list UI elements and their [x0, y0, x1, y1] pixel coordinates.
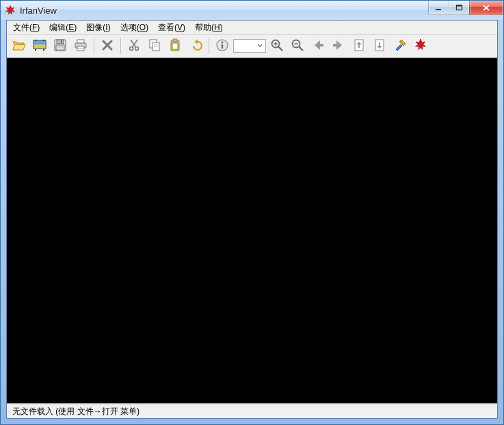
svg-point-21	[130, 47, 133, 50]
svg-rect-5	[34, 44, 46, 49]
status-text: 无文件载入 (使用 文件→打开 菜单)	[10, 406, 142, 417]
svg-rect-32	[222, 44, 223, 49]
info-button[interactable]	[213, 36, 232, 55]
arrow-left-icon	[310, 38, 326, 55]
open-button[interactable]	[10, 36, 29, 55]
toolbar	[7, 35, 497, 57]
svg-rect-28	[173, 39, 177, 42]
arrow-right-icon	[331, 38, 346, 55]
zoom-in-icon	[269, 38, 284, 55]
svg-rect-12	[57, 40, 64, 44]
settings-button[interactable]	[390, 36, 410, 55]
svg-rect-41	[333, 44, 336, 47]
about-button[interactable]	[411, 36, 430, 55]
svg-rect-8	[43, 40, 44, 41]
svg-point-44	[403, 40, 405, 41]
copy-icon	[147, 38, 162, 55]
zoom-out-icon	[290, 38, 305, 55]
svg-point-31	[222, 41, 224, 43]
separator	[209, 38, 209, 54]
save-button[interactable]	[51, 36, 70, 55]
floppy-icon	[53, 38, 68, 55]
titlebar[interactable]: IrfanView	[1, 1, 503, 20]
svg-rect-40	[320, 44, 323, 47]
window-title: IrfanView	[20, 5, 57, 16]
prev-image-button[interactable]	[308, 36, 328, 55]
scissors-icon	[127, 38, 142, 55]
menu-view[interactable]: 查看(V)	[153, 21, 190, 35]
window-controls	[429, 1, 503, 14]
slideshow-button[interactable]	[30, 36, 49, 55]
page-next-icon	[372, 38, 387, 55]
clipboard-icon	[168, 38, 183, 55]
prev-page-button[interactable]	[349, 36, 369, 55]
image-viewport[interactable]	[7, 57, 497, 404]
chevron-down-icon	[256, 40, 264, 51]
svg-rect-10	[43, 49, 44, 51]
printer-icon	[73, 38, 88, 55]
tools-icon	[393, 38, 408, 55]
next-page-button[interactable]	[370, 36, 389, 55]
delete-x-icon	[100, 38, 115, 55]
undo-button[interactable]	[186, 36, 205, 55]
menu-edit[interactable]: 编辑(E)	[44, 21, 81, 35]
copy-button[interactable]	[145, 36, 164, 55]
print-button[interactable]	[71, 36, 90, 55]
next-image-button[interactable]	[329, 36, 348, 55]
svg-rect-29	[172, 43, 178, 49]
folder-open-icon	[12, 38, 27, 55]
menu-file[interactable]: 文件(F)	[8, 21, 44, 35]
page-prev-icon	[352, 38, 367, 55]
maximize-button[interactable]	[449, 1, 470, 15]
cut-button[interactable]	[124, 36, 144, 55]
svg-point-22	[135, 47, 139, 50]
delete-button[interactable]	[98, 36, 117, 55]
svg-rect-13	[61, 40, 62, 43]
menu-help[interactable]: 帮助(H)	[190, 21, 228, 35]
zoom-in-button[interactable]	[267, 36, 287, 55]
slideshow-icon	[32, 38, 47, 55]
client-area: 文件(F) 编辑(E) 图像(I) 选项(O) 查看(V) 帮助(H)	[6, 20, 498, 419]
statusbar: 无文件载入 (使用 文件→打开 菜单)	[7, 404, 497, 418]
separator	[120, 38, 121, 54]
menu-image[interactable]: 图像(I)	[81, 21, 115, 35]
menubar: 文件(F) 编辑(E) 图像(I) 选项(O) 查看(V) 帮助(H)	[7, 21, 497, 35]
separator	[94, 38, 94, 54]
app-icon	[5, 5, 16, 16]
paste-button[interactable]	[165, 36, 185, 55]
svg-rect-9	[35, 49, 36, 51]
svg-rect-17	[77, 40, 84, 43]
info-icon	[215, 38, 230, 55]
app-window: IrfanView 文件(F) 编辑(E) 图像(I) 选项(O) 查看(V) …	[0, 0, 504, 425]
page-select[interactable]	[233, 39, 266, 53]
close-button[interactable]	[469, 1, 503, 15]
menu-options[interactable]: 选项(O)	[116, 21, 153, 35]
splat-icon	[413, 38, 428, 55]
minimize-button[interactable]	[428, 1, 449, 15]
undo-icon	[188, 38, 203, 55]
svg-rect-0	[436, 9, 441, 10]
svg-rect-2	[457, 5, 462, 6]
zoom-out-button[interactable]	[288, 36, 307, 55]
svg-line-34	[278, 47, 282, 51]
svg-line-38	[299, 47, 303, 51]
svg-rect-7	[35, 40, 36, 41]
